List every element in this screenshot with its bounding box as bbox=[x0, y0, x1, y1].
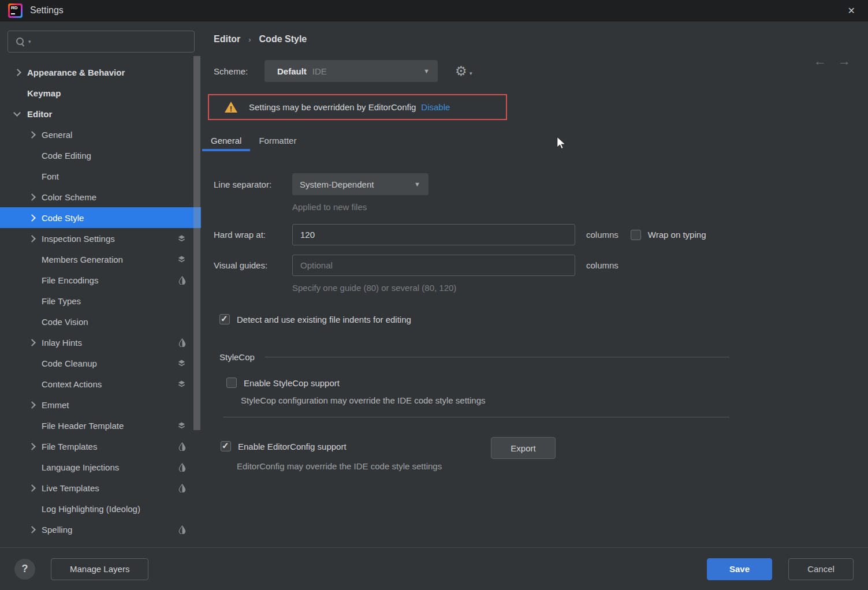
wrap-on-typing-checkbox[interactable] bbox=[631, 230, 641, 240]
stylecop-section-header: StyleCop bbox=[214, 352, 868, 362]
enable-editorconfig-checkbox[interactable] bbox=[221, 441, 231, 451]
droplet-icon bbox=[178, 525, 186, 534]
chevron-right-icon[interactable] bbox=[28, 527, 42, 532]
settings-window: RD Settings ✕ ▾ Appearance & BehaviorKey… bbox=[0, 0, 868, 590]
back-icon[interactable]: ← bbox=[814, 55, 826, 68]
layers-icon bbox=[177, 234, 186, 243]
wrap-on-typing-label[interactable]: Wrap on typing bbox=[648, 230, 706, 240]
manage-layers-button[interactable]: Manage Layers bbox=[51, 558, 148, 580]
sidebar-item-file-templates[interactable]: File Templates bbox=[0, 436, 201, 457]
export-button[interactable]: Export bbox=[491, 437, 556, 459]
sidebar-item-keymap[interactable]: Keymap bbox=[0, 83, 201, 103]
visual-guides-input[interactable] bbox=[292, 255, 575, 276]
save-button[interactable]: Save bbox=[707, 558, 772, 580]
hard-wrap-columns-suffix: columns bbox=[586, 230, 619, 240]
chevron-right-icon[interactable] bbox=[28, 132, 42, 137]
window-title: Settings bbox=[30, 5, 64, 16]
sidebar-item-label: Keymap bbox=[27, 88, 61, 98]
editorconfig-enable-row: Enable EditorConfig support Export bbox=[214, 441, 868, 451]
hard-wrap-input[interactable] bbox=[292, 224, 575, 245]
scheme-label: Scheme: bbox=[214, 66, 265, 76]
sidebar-item-appearance-behavior[interactable]: Appearance & Behavior bbox=[0, 62, 201, 83]
visual-guides-row: Visual guides: columns bbox=[214, 255, 868, 276]
sidebar-item-live-templates[interactable]: Live Templates bbox=[0, 477, 201, 498]
chevron-right-icon[interactable] bbox=[14, 70, 27, 75]
breadcrumb-editor[interactable]: Editor bbox=[214, 34, 240, 44]
sidebar-item-label: Inlay Hints bbox=[42, 338, 82, 348]
gear-icon[interactable]: ⚙▾ bbox=[455, 65, 467, 78]
sidebar-item-file-types[interactable]: File Types bbox=[0, 290, 201, 311]
divider bbox=[223, 417, 729, 417]
detect-indents-checkbox[interactable] bbox=[219, 314, 230, 324]
stylecop-enable-row: Enable StyleCop support bbox=[214, 378, 868, 388]
layers-icon bbox=[177, 380, 186, 389]
sidebar-item-spelling[interactable]: Spelling bbox=[0, 519, 201, 540]
sidebar-item-language-injections[interactable]: Language Injections bbox=[0, 457, 201, 477]
rider-logo-text: RD bbox=[10, 5, 21, 16]
close-icon[interactable]: ✕ bbox=[843, 4, 860, 17]
editorconfig-warning-banner: Settings may be overridden by EditorConf… bbox=[208, 94, 507, 120]
settings-tree: Appearance & BehaviorKeymapEditorGeneral… bbox=[0, 58, 201, 540]
sidebar-item-emmet[interactable]: Emmet bbox=[0, 394, 201, 415]
sidebar-item-code-editing[interactable]: Code Editing bbox=[0, 145, 201, 166]
general-tab-form: Line separator: System-Dependent ▼ Appli… bbox=[214, 173, 868, 471]
rider-logo-icon: RD bbox=[8, 3, 23, 18]
sidebar-item-label: Spelling bbox=[42, 525, 72, 535]
settings-search-box[interactable]: ▾ bbox=[8, 31, 195, 53]
hard-wrap-label: Hard wrap at: bbox=[214, 230, 292, 240]
search-icon bbox=[16, 38, 25, 46]
sidebar-item-font[interactable]: Font bbox=[0, 166, 201, 186]
settings-content: Editor › Code Style ← → Scheme: Default … bbox=[201, 21, 868, 547]
breadcrumb-separator: › bbox=[248, 35, 251, 44]
line-separator-value: System-Dependent bbox=[300, 180, 374, 189]
detect-indents-label[interactable]: Detect and use existing file indents for… bbox=[237, 315, 411, 324]
sidebar-item-code-style[interactable]: Code Style bbox=[0, 207, 201, 228]
breadcrumb-code-style: Code Style bbox=[259, 34, 307, 44]
sidebar-item-context-actions[interactable]: Context Actions bbox=[0, 374, 201, 394]
sidebar-item-label: Context Actions bbox=[42, 379, 102, 389]
disable-link[interactable]: Disable bbox=[421, 102, 450, 112]
sidebar-item-code-cleanup[interactable]: Code Cleanup bbox=[0, 353, 201, 374]
sidebar-scrollbar[interactable] bbox=[193, 56, 200, 430]
sidebar-item-log-highlighting-ideolog[interactable]: Log Highlighting (Ideolog) bbox=[0, 498, 201, 519]
chevron-right-icon[interactable] bbox=[28, 215, 42, 221]
sidebar-item-file-encodings[interactable]: File Encodings bbox=[0, 270, 201, 290]
sidebar-item-inlay-hints[interactable]: Inlay Hints bbox=[0, 332, 201, 353]
gear-caret-icon: ▾ bbox=[470, 67, 472, 80]
help-icon[interactable]: ? bbox=[14, 559, 35, 580]
tab-general[interactable]: General bbox=[202, 131, 250, 151]
code-style-tabs: General Formatter bbox=[201, 131, 868, 151]
chevron-right-icon[interactable] bbox=[28, 402, 42, 408]
sidebar-item-code-vision[interactable]: Code Vision bbox=[0, 311, 201, 332]
enable-stylecop-checkbox[interactable] bbox=[226, 378, 237, 388]
sidebar-item-label: Live Templates bbox=[42, 483, 99, 493]
search-input[interactable] bbox=[36, 37, 189, 46]
enable-stylecop-label[interactable]: Enable StyleCop support bbox=[244, 378, 340, 388]
footer-bar: ? Manage Layers Save Cancel bbox=[0, 547, 868, 590]
search-history-caret-icon[interactable]: ▾ bbox=[28, 39, 31, 44]
layers-icon bbox=[177, 255, 186, 264]
tab-formatter[interactable]: Formatter bbox=[250, 131, 305, 151]
enable-editorconfig-label[interactable]: Enable EditorConfig support bbox=[238, 442, 347, 451]
sidebar-item-label: File Encodings bbox=[42, 275, 98, 285]
forward-icon[interactable]: → bbox=[838, 55, 851, 68]
sidebar-item-inspection-settings[interactable]: Inspection Settings bbox=[0, 228, 201, 249]
sidebar-item-editor[interactable]: Editor bbox=[0, 103, 201, 124]
chevron-right-icon[interactable] bbox=[28, 444, 42, 449]
sidebar-item-color-scheme[interactable]: Color Scheme bbox=[0, 186, 201, 207]
scheme-dropdown[interactable]: Default IDE ▼ bbox=[265, 60, 438, 82]
cancel-button[interactable]: Cancel bbox=[788, 558, 854, 580]
chevron-right-icon[interactable] bbox=[28, 195, 42, 200]
chevron-right-icon[interactable] bbox=[28, 236, 42, 241]
chevron-right-icon[interactable] bbox=[28, 486, 42, 491]
sidebar-item-members-generation[interactable]: Members Generation bbox=[0, 249, 201, 270]
sidebar-item-label: General bbox=[42, 130, 72, 140]
layers-icon bbox=[177, 421, 186, 430]
chevron-right-icon[interactable] bbox=[28, 340, 42, 345]
sidebar-item-general[interactable]: General bbox=[0, 124, 201, 145]
scheme-row: Scheme: Default IDE ▼ ⚙▾ bbox=[214, 60, 868, 82]
sidebar-item-label: Font bbox=[42, 171, 59, 181]
sidebar-item-file-header-template[interactable]: File Header Template bbox=[0, 415, 201, 436]
chevron-down-icon[interactable] bbox=[14, 112, 27, 115]
line-separator-dropdown[interactable]: System-Dependent ▼ bbox=[292, 173, 429, 195]
